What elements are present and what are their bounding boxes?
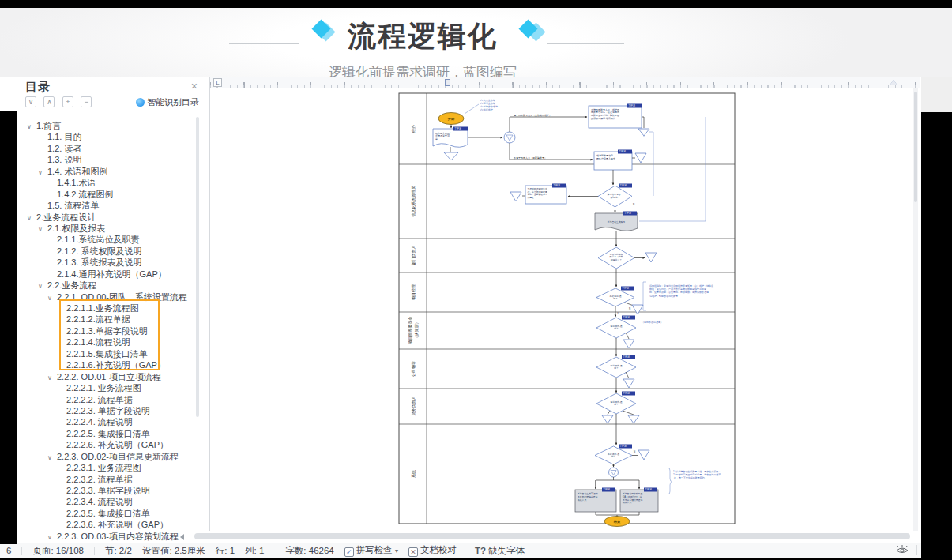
chevron-down-icon[interactable]: ∨ [38, 281, 47, 292]
divider [21, 547, 22, 555]
scroll-left-icon[interactable] [180, 534, 184, 540]
toc-item[interactable]: ∨1.4.1.术语 [17, 177, 202, 188]
offpage-connector [638, 450, 649, 460]
toc-item[interactable]: ∨2.2.3.2. 流程单据 [17, 474, 202, 485]
toc-item[interactable]: ∨2.1.2. 系统权限及说明 [17, 246, 202, 257]
chevron-down-icon[interactable]: ∨ [27, 122, 36, 133]
toc-item[interactable]: ∨2.2.3. OD.03-项目内容策划流程 [17, 531, 202, 542]
toc-item[interactable]: ∨2.2.业务流程 [17, 280, 202, 291]
toc-item[interactable]: ∨2.2.2. OD.01-项目立项流程 [17, 371, 202, 382]
chevron-down-icon[interactable]: ∨ [38, 224, 47, 235]
toc-item[interactable]: ∨2.2.3. OD.02-项目信息更新流程 [17, 451, 202, 462]
status-wordcount[interactable]: 字数: 46264 [285, 545, 333, 557]
toc-item[interactable]: ∨2.1.4.通用补充说明（GAP） [17, 269, 202, 280]
right-black-strip [921, 112, 952, 560]
svg-text:维护新账号信息，团队信息录入提交: 维护新账号信息，团队信息录入提交 [596, 154, 615, 160]
svg-text:TYP-M: TYP-M [625, 212, 632, 215]
collapse-all-button[interactable]: ∧ [43, 96, 55, 107]
toc-item-label: 1.1. 目的 [47, 132, 81, 141]
svg-text:信息化系统管理员: 信息化系统管理员 [411, 186, 416, 217]
smart-toc-button[interactable]: 智能识别目录 [136, 96, 199, 108]
toc-item[interactable]: ∨2.业务流程设计 [17, 212, 202, 223]
toc-item[interactable]: ∨2.2.3.6. 补充说明（GAP） [17, 519, 202, 530]
svg-text:是否为特殊权限申请（需升级审批）？: 是否为特殊权限申请（需升级审批）？ [610, 253, 623, 261]
expand-all-button[interactable]: ∨ [25, 96, 36, 107]
toc-scrollbar[interactable] [196, 117, 199, 417]
chevron-down-icon[interactable]: ∨ [47, 453, 57, 464]
toc-item[interactable]: ∨2.2.3.3. 单据字段说明 [17, 485, 202, 496]
toc-item[interactable]: ∨1.4.2.流程图例 [17, 189, 202, 200]
decision-final: TYP-M 单据操作-通过？ N [595, 445, 635, 465]
app-window: 流程逻辑化 逻辑化前提需求调研，蓝图编写 目录 × ∨ ∧ + − 智能识别目录… [0, 0, 952, 560]
offpage-connector [510, 192, 521, 201]
annotation-bracket [643, 282, 646, 310]
toc-item-label: 1.2. 读者 [47, 144, 81, 153]
status-left-number: 6 [6, 546, 11, 555]
toc-item-label: 2.1.4.通用补充说明（GAP） [57, 269, 167, 279]
svg-text:N: N [634, 450, 635, 453]
status-setting: 设置值: 2.5厘米 [142, 545, 205, 557]
toc-item[interactable]: ∨2.2.3.5. 集成接口清单 [17, 508, 202, 519]
toc-item-label: 2.2.2.5. 集成接口清单 [66, 429, 150, 438]
decision-approval-2: TYP-M 审批操作-通过？ [596, 316, 636, 339]
svg-text:TYP-M: TYP-M [620, 184, 627, 187]
svg-text:Y: Y [617, 312, 619, 315]
offpage-connector [645, 253, 657, 262]
process-box-new-account: TYP-M 维护新账号信息，团队信息录入提交 [594, 150, 632, 171]
toc-item[interactable]: ∨1.2. 读者 [17, 143, 202, 154]
horizontal-scrollbar[interactable] [194, 533, 910, 539]
missing-font-button[interactable]: T?缺失字体 [475, 545, 525, 557]
spellcheck-button[interactable]: ✓拼写检查 ▾ [344, 544, 398, 557]
toc-item-label: 2.1.3. 系统报表及说明 [57, 257, 142, 267]
toc-item[interactable]: ∨1.前言 [17, 120, 202, 131]
status-page[interactable]: 页面: 16/108 [32, 545, 84, 557]
chevron-down-icon[interactable]: ∨ [38, 167, 47, 179]
end-node: 结束 [604, 517, 630, 527]
toc-item[interactable]: ∨1.5. 流程清单 [17, 200, 202, 211]
svg-text:TYP-M: TYP-M [629, 104, 636, 107]
vertical-scrollbar-thumb[interactable] [914, 92, 917, 202]
toc-item[interactable]: ∨2.2.3.4. 流程说明 [17, 496, 202, 507]
status-bar: 6 页面: 16/108 节: 2/2 设置值: 2.5厘米 行: 1 列: 1… [0, 543, 921, 558]
toc-item[interactable]: ∨2.2.2.1. 业务流程图 [17, 382, 202, 393]
decision-approval-4: TYP-M 审批操作-通过？ [596, 392, 636, 415]
zoom-in-button[interactable]: + [62, 96, 73, 107]
close-icon[interactable]: × [191, 80, 198, 92]
toc-item-label: 2.2.2. OD.01-项目立项流程 [57, 372, 161, 381]
toc-item[interactable]: ∨2.1.1.系统岗位及职责 [17, 234, 202, 245]
svg-text:TYP-M: TYP-M [620, 445, 627, 448]
annotation-note: （审批不通过退回） [642, 321, 663, 324]
toc-item-label: 1.4. 术语和图例 [47, 167, 107, 176]
toc-item-label: 2.1.权限及报表 [47, 224, 105, 233]
missing-font-icon: T? [475, 546, 486, 555]
toc-item[interactable]: ∨2.1.3. 系统报表及说明 [17, 257, 202, 268]
toc-item[interactable]: ∨1.4. 术语和图例 [17, 166, 202, 177]
toc-title: 目录 [25, 80, 51, 93]
toc-item[interactable]: ∨2.2.2.4. 流程说明 [17, 416, 202, 427]
toc-item[interactable]: ∨2.2.3.1. 业务流程图 [17, 462, 202, 473]
note-connector [465, 104, 479, 114]
toc-item-label: 2.2.2.4. 流程说明 [66, 417, 133, 427]
toc-item-label: 2.业务流程设计 [36, 212, 96, 222]
toc-item[interactable]: ∨2.2.2.2. 流程单据 [17, 394, 202, 405]
toc-item[interactable]: ∨2.2.2.6. 补充说明（GAP） [17, 439, 202, 450]
chevron-down-icon[interactable]: ∨ [27, 213, 36, 224]
indent-marker-icon[interactable] [445, 79, 450, 86]
annotation-bracket [668, 468, 672, 494]
proofread-button[interactable]: ✕文档校对 [408, 544, 457, 557]
toc-item[interactable]: ∨2.1.权限及报表 [17, 223, 202, 234]
tab-selector-icon[interactable]: L [213, 78, 222, 87]
toc-item[interactable]: ∨1.3. 说明 [17, 154, 202, 165]
toc-item[interactable]: ∨2.2.2.3. 单据字段说明 [17, 405, 202, 416]
edge-label: 不属于已有人员（需新建账号） [514, 156, 547, 160]
chevron-down-icon[interactable]: ∨ [47, 532, 57, 543]
chevron-down-icon: ▾ [395, 547, 398, 554]
toc-item[interactable]: ∨2.2.2.5. 集成接口清单 [17, 428, 202, 439]
right-indent-marker-icon[interactable] [890, 80, 897, 85]
eye-protection-icon[interactable] [895, 544, 909, 554]
toc-item[interactable]: ∨1.1. 目的 [17, 131, 202, 142]
return-connectors [639, 117, 706, 221]
zoom-out-button[interactable]: − [81, 96, 92, 107]
chevron-down-icon[interactable]: ∨ [47, 293, 57, 304]
chevron-down-icon[interactable]: ∨ [47, 373, 57, 384]
